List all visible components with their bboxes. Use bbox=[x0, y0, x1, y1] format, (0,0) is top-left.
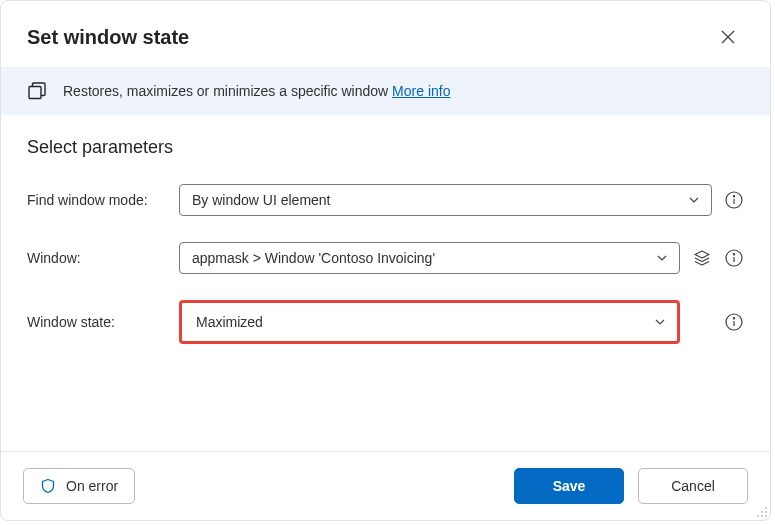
dialog-footer: On error Save Cancel bbox=[1, 451, 770, 520]
find-window-mode-select[interactable]: By window UI element bbox=[179, 184, 712, 216]
info-icon bbox=[725, 313, 743, 331]
footer-actions: Save Cancel bbox=[514, 468, 748, 504]
window-stack-icon bbox=[27, 81, 47, 101]
close-icon bbox=[721, 30, 735, 44]
svg-point-18 bbox=[757, 515, 759, 517]
window-state-info-button[interactable] bbox=[724, 312, 744, 332]
dialog-header: Set window state bbox=[1, 1, 770, 67]
info-icon bbox=[725, 249, 743, 267]
chevron-down-icon bbox=[655, 251, 669, 265]
svg-point-15 bbox=[765, 515, 767, 517]
window-info-button[interactable] bbox=[724, 248, 744, 268]
svg-point-17 bbox=[761, 515, 763, 517]
info-banner: Restores, maximizes or minimizes a speci… bbox=[1, 67, 770, 115]
window-state-label: Window state: bbox=[27, 314, 179, 330]
find-window-mode-label: Find window mode: bbox=[27, 192, 179, 208]
more-info-link[interactable]: More info bbox=[392, 83, 450, 99]
window-row: Window: appmask > Window 'Contoso Invoic… bbox=[27, 242, 744, 274]
resize-grip-icon[interactable] bbox=[756, 506, 768, 518]
svg-point-9 bbox=[733, 254, 734, 255]
dialog: Set window state Restores, maximizes or … bbox=[0, 0, 771, 521]
on-error-label: On error bbox=[66, 478, 118, 494]
svg-point-16 bbox=[761, 511, 763, 513]
on-error-button[interactable]: On error bbox=[23, 468, 135, 504]
svg-point-5 bbox=[733, 196, 734, 197]
close-button[interactable] bbox=[712, 21, 744, 53]
content-area: Select parameters Find window mode: By w… bbox=[1, 115, 770, 451]
find-window-mode-info-button[interactable] bbox=[724, 190, 744, 210]
window-layers-button[interactable] bbox=[692, 248, 712, 268]
find-window-mode-value: By window UI element bbox=[192, 192, 331, 208]
chevron-down-icon bbox=[653, 315, 667, 329]
banner-description: Restores, maximizes or minimizes a speci… bbox=[63, 83, 392, 99]
cancel-button[interactable]: Cancel bbox=[638, 468, 748, 504]
window-select[interactable]: appmask > Window 'Contoso Invoicing' bbox=[179, 242, 680, 274]
save-button[interactable]: Save bbox=[514, 468, 624, 504]
svg-point-13 bbox=[765, 507, 767, 509]
dialog-title: Set window state bbox=[27, 26, 189, 49]
svg-rect-2 bbox=[29, 87, 41, 99]
svg-point-14 bbox=[765, 511, 767, 513]
window-state-row: Window state: Maximized bbox=[27, 300, 744, 344]
window-state-value: Maximized bbox=[196, 314, 263, 330]
layers-icon bbox=[693, 249, 711, 267]
svg-point-12 bbox=[733, 318, 734, 319]
svg-marker-6 bbox=[695, 251, 709, 258]
chevron-down-icon bbox=[687, 193, 701, 207]
window-value: appmask > Window 'Contoso Invoicing' bbox=[192, 250, 435, 266]
window-label: Window: bbox=[27, 250, 179, 266]
section-title: Select parameters bbox=[27, 137, 744, 158]
find-window-mode-row: Find window mode: By window UI element bbox=[27, 184, 744, 216]
banner-text: Restores, maximizes or minimizes a speci… bbox=[63, 83, 450, 99]
info-icon bbox=[725, 191, 743, 209]
window-state-select[interactable]: Maximized bbox=[179, 300, 680, 344]
shield-icon bbox=[40, 478, 56, 494]
